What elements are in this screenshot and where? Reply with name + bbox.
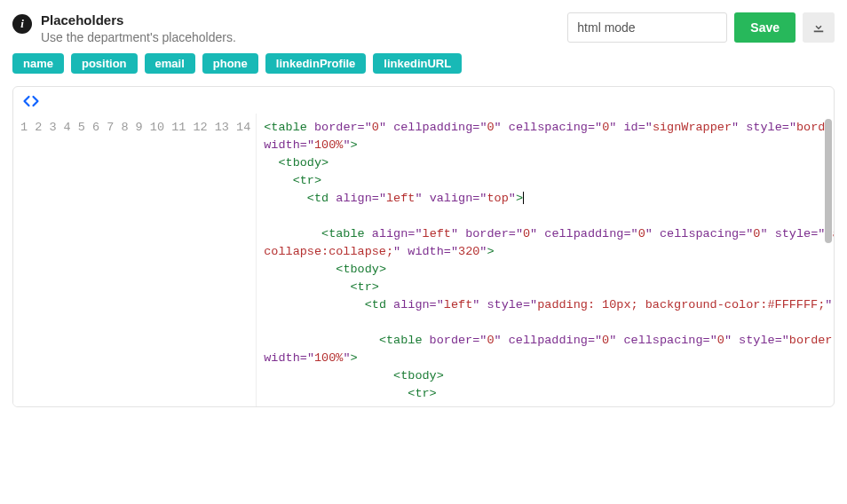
placeholder-tag[interactable]: linkedinURL (373, 53, 462, 74)
placeholder-tag[interactable]: name (12, 53, 64, 74)
download-button[interactable] (803, 12, 835, 43)
download-icon (812, 20, 825, 35)
scrollbar-thumb[interactable] (825, 119, 832, 243)
placeholder-tags: namepositionemailphonelinkedinProfilelin… (12, 53, 835, 74)
placeholder-tag[interactable]: phone (202, 53, 258, 74)
line-gutter: 1 2 3 4 5 6 7 8 9 10 11 12 13 14 (13, 114, 257, 406)
editor-toolbar (13, 87, 834, 114)
save-button[interactable]: Save (734, 12, 796, 43)
code-icon (22, 94, 825, 108)
placeholder-tag[interactable]: email (145, 53, 195, 74)
mode-input[interactable] (567, 12, 727, 43)
header-left: i Placeholders Use the department's plac… (12, 12, 236, 44)
placeholder-tag[interactable]: linkedinProfile (265, 53, 367, 74)
info-icon: i (12, 14, 32, 34)
header: i Placeholders Use the department's plac… (12, 12, 835, 44)
header-text: Placeholders Use the department's placeh… (41, 12, 236, 44)
code-editor: 1 2 3 4 5 6 7 8 9 10 11 12 13 14 <table … (12, 86, 835, 407)
scrollbar[interactable] (823, 119, 832, 401)
code-view-toggle[interactable] (22, 94, 825, 108)
code-content[interactable]: <table border="0" cellpadding="0" cellsp… (257, 114, 834, 406)
placeholder-tag[interactable]: position (71, 53, 138, 74)
page-subtitle: Use the department's placeholders. (41, 30, 236, 44)
page-title: Placeholders (41, 12, 236, 28)
editor-body[interactable]: 1 2 3 4 5 6 7 8 9 10 11 12 13 14 <table … (13, 114, 834, 406)
header-controls: Save (567, 12, 835, 43)
